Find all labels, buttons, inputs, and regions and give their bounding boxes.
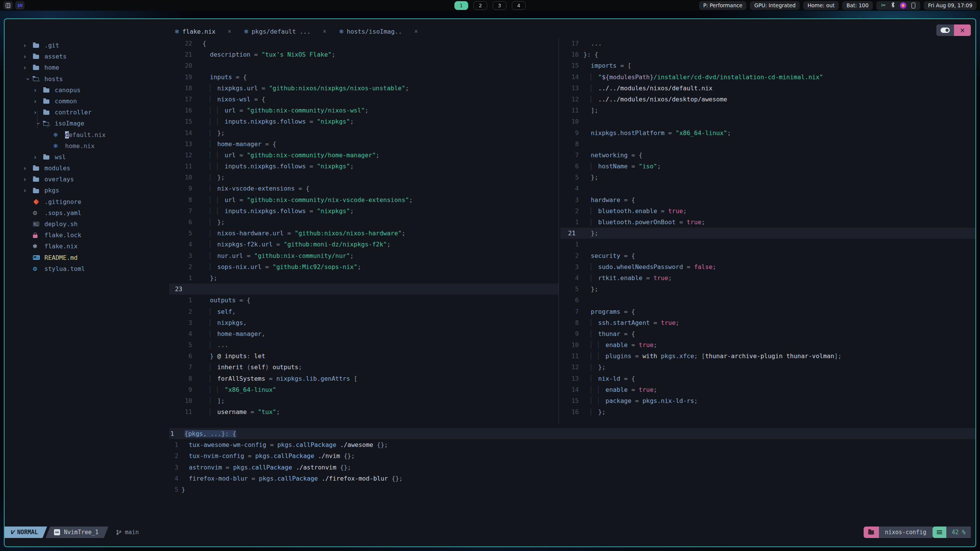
workspace-button-1[interactable]: 1 <box>454 1 468 10</box>
chevron-right-icon[interactable]: › <box>23 174 33 185</box>
tree-item-modules[interactable]: ›modules <box>5 163 170 174</box>
line-number: 8 <box>560 317 579 328</box>
tree-item-common[interactable]: ›common <box>5 96 170 107</box>
window-close-button[interactable]: × <box>954 24 971 36</box>
line-number: 1 <box>169 272 192 284</box>
workspace-button-2[interactable]: 2 <box>474 1 487 10</box>
scissors-icon[interactable]: ✂ <box>881 3 886 8</box>
lines-chip <box>933 527 946 538</box>
line-number: 4 <box>169 239 192 250</box>
code-line: 23 <box>169 284 559 295</box>
code-line: 20 <box>169 60 559 71</box>
line-number: 3 <box>169 462 178 473</box>
chevron-right-icon[interactable]: › <box>23 51 33 62</box>
nvim-launcher-button[interactable]: $N <box>15 1 24 10</box>
statusline-left: V NORMAL NvimTree_1 main <box>5 527 139 538</box>
tree-item-controller[interactable]: ›controller <box>5 107 170 118</box>
workspace-button-3[interactable]: 3 <box>493 1 506 10</box>
code-line: 16}: { <box>560 49 975 60</box>
tab-label: flake.nix <box>182 28 216 35</box>
module-list: P: PerformanceGPU: IntegratedHome: outBa… <box>699 1 873 10</box>
bluetooth-icon[interactable] <box>891 2 895 9</box>
line-number: 5 <box>169 484 178 495</box>
tab-label: hosts/isoImag.. <box>347 28 402 35</box>
editor-pane-flake-nix[interactable]: 22{21 description = "tux's NixOS Flake";… <box>169 38 559 417</box>
tree-item-label: stylua.toml <box>44 263 85 274</box>
scroll-percent: 42 % <box>946 527 971 538</box>
code-line: 10 ▏ ▏ enable = true; <box>560 339 975 350</box>
chevron-right-icon[interactable]: › <box>33 85 43 96</box>
code-line: 9 ▏ thunar = { <box>560 328 975 339</box>
window-separator[interactable] <box>559 38 559 423</box>
code-line: 14 ▏ }; <box>169 127 559 139</box>
tree-item-hosts[interactable]: ›hosts <box>5 73 170 85</box>
apps-grid-button[interactable] <box>3 1 13 10</box>
code-line: 4 <box>560 183 975 194</box>
tree-item-label: home <box>44 62 59 73</box>
chevron-down-icon[interactable]: › <box>22 74 33 84</box>
editor-pane-iso-default-nix[interactable]: 17 ...16}: {15 imports = [14 ▏ "${module… <box>560 38 975 417</box>
tree-item-label: canopus <box>55 85 80 96</box>
tree-item-.sops.yaml[interactable]: .sops.yaml <box>5 207 170 218</box>
chevron-right-icon[interactable]: › <box>33 107 43 118</box>
tab-close-icon[interactable]: × <box>323 28 326 35</box>
code-line: 2 ▏ bluetooth.enable = true; <box>560 205 975 217</box>
line-number: 10 <box>560 339 579 350</box>
tab-close-icon[interactable]: × <box>414 28 418 35</box>
module-power-profile[interactable]: P: Performance <box>699 1 747 10</box>
tab-pkgs/default ...[interactable]: ❄pkgs/default ...× <box>244 26 326 37</box>
gear-blue-icon <box>33 263 44 274</box>
tab-hosts/isoImag..[interactable]: ❄hosts/isoImag..× <box>339 26 418 37</box>
tree-item-pkgs[interactable]: ›pkgs <box>5 185 170 196</box>
tree-item-label: isoImage <box>55 118 84 129</box>
code-line: 11 ▏ username = "tux"; <box>169 406 559 417</box>
phone-icon[interactable] <box>911 3 915 8</box>
tree-item-.gitignore[interactable]: .gitignore <box>5 196 170 207</box>
tree-item-default.nix[interactable]: default.nix <box>5 129 170 140</box>
tab-close-icon[interactable]: × <box>228 28 231 35</box>
nix-icon: ❄ <box>244 28 248 35</box>
tab-flake.nix[interactable]: ❄flake.nix× <box>175 26 231 37</box>
tree-item-home.nix[interactable]: home.nix <box>5 140 170 152</box>
code-line: 10 <box>560 116 975 127</box>
tree-item-.git[interactable]: ›.git <box>5 40 170 51</box>
line-number: 6 <box>560 295 579 306</box>
chevron-right-icon[interactable]: › <box>23 185 33 196</box>
code-line: 9 nixpkgs.hostPlatform = "x86_64-linux"; <box>560 127 975 139</box>
editor-pane-pkgs-default-nix[interactable]: 1{pkgs, ...}: {1 tux-awesome-wm-config =… <box>169 428 975 495</box>
window-toggle-button[interactable] <box>936 24 954 36</box>
code-line: 2 ▏ self, <box>169 306 559 317</box>
nix-icon <box>54 140 65 152</box>
line-number: 9 <box>169 183 192 194</box>
tree-item-isoImage[interactable]: ›isoImage <box>5 118 170 129</box>
tree-item-home[interactable]: ›home <box>5 62 170 73</box>
file-tree[interactable]: ›.git›assets›home›hosts›canopus›common›c… <box>5 40 170 274</box>
tree-item-deploy.sh[interactable]: deploy.sh <box>5 218 170 230</box>
chevron-right-icon[interactable]: › <box>23 40 33 51</box>
tree-item-wsl[interactable]: ›wsl <box>5 152 170 163</box>
tree-item-flake.lock[interactable]: flake.lock <box>5 230 170 241</box>
code-line: 5} <box>169 484 975 495</box>
tree-item-assets[interactable]: ›assets <box>5 51 170 62</box>
line-number: 4 <box>560 183 579 194</box>
line-number: 10 <box>169 395 192 406</box>
workspace-button-4[interactable]: 4 <box>512 1 526 10</box>
block-cursor: d <box>65 131 69 139</box>
tree-item-README.md[interactable]: README.md <box>5 252 170 263</box>
line-number: 2 <box>560 205 579 217</box>
tree-item-stylua.toml[interactable]: stylua.toml <box>5 263 170 274</box>
tree-item-overlays[interactable]: ›overlays <box>5 174 170 185</box>
flame-icon[interactable] <box>900 2 906 9</box>
chevron-down-icon[interactable]: › <box>33 119 44 129</box>
nix-icon: ❄ <box>175 28 179 35</box>
chevron-right-icon[interactable]: › <box>23 163 33 174</box>
chevron-right-icon[interactable]: › <box>33 96 43 107</box>
code-line: 1 tux-awesome-wm-config = pkgs.callPacka… <box>169 439 975 450</box>
tree-item-canopus[interactable]: ›canopus <box>5 85 170 96</box>
tree-item-flake.nix[interactable]: flake.nix <box>5 241 170 252</box>
chevron-right-icon[interactable]: › <box>33 152 43 163</box>
line-number: 18 <box>169 83 192 94</box>
tree-item-label: hosts <box>44 73 63 85</box>
line-number: 19 <box>169 72 192 83</box>
chevron-right-icon[interactable]: › <box>23 62 33 73</box>
